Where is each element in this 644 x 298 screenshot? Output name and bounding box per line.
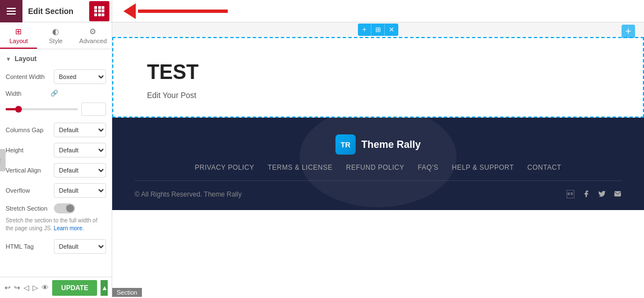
section-close-button[interactable]: ✕ (385, 24, 398, 36)
tab-style[interactable]: ◐ Style (37, 22, 74, 49)
panel-title: Edit Section (22, 7, 89, 16)
toggle-no-label: No (66, 204, 72, 210)
footer-social:  (567, 190, 622, 199)
twitter-icon[interactable] (598, 190, 606, 198)
hamburger-icon (7, 8, 16, 15)
footer-nav-terms[interactable]: TERMS & LICENSE (268, 164, 333, 171)
layout-section-title: Layout (15, 55, 36, 63)
width-row: Width 🔗 (6, 90, 106, 97)
learn-more-link[interactable]: Learn more. (54, 225, 84, 231)
stretch-hint: Stretch the section to the full width of… (6, 217, 106, 232)
content-width-row: Content Width Boxed (6, 69, 106, 84)
footer-nav-contact[interactable]: CONTACT (527, 164, 562, 171)
slider-row (6, 103, 106, 116)
section-edit-bar: + ⊞ ✕ + (112, 22, 644, 37)
footer-section: TR Theme Rally PRIVACY POLICY TERMS & LI… (112, 118, 644, 210)
height-row: Height Default (6, 143, 106, 157)
height-select[interactable]: Default (54, 143, 106, 157)
vertical-align-row: Vertical Align Default (6, 163, 106, 178)
vertical-align-select[interactable]: Default (54, 163, 106, 178)
page-content: TEST Edit Your Post TR Theme Rally PRIVA… (112, 37, 644, 298)
grid-icon (94, 6, 104, 16)
tab-style-label: Style (49, 38, 62, 44)
slider-value-input[interactable] (81, 103, 106, 116)
red-arrow (123, 3, 228, 19)
panel-resize-handle[interactable]: ‹ (0, 149, 6, 171)
footer-logo: TR Theme Rally (335, 134, 421, 155)
style-tab-icon: ◐ (52, 27, 59, 36)
overflow-label: Overflow (6, 187, 50, 194)
logo-text: Theme Rally (361, 139, 421, 151)
section-add-button[interactable]: + (358, 24, 371, 36)
add-section-plus-button[interactable]: + (622, 25, 635, 38)
panel-header: Edit Section (0, 0, 112, 22)
footer-bottom: © All Rights Reserved. Theme Rally  (135, 190, 622, 199)
footer-nav: PRIVACY POLICY TERMS & LICENSE REFUND PO… (195, 164, 561, 171)
layout-section-header: ▼ Layout (6, 55, 106, 63)
top-bar-center (112, 3, 644, 19)
html-tag-row: HTML Tag Default (6, 239, 106, 254)
logo-icon: TR (335, 134, 356, 155)
vertical-align-label: Vertical Align (6, 167, 50, 174)
tab-advanced[interactable]: ⚙ Advanced (75, 22, 112, 49)
columns-gap-label: Columns Gap (6, 127, 50, 133)
main-area: ⊞ Layout ◐ Style ⚙ Advanced ▼ Layout Con… (0, 22, 644, 298)
facebook-icon[interactable]:  (567, 190, 574, 199)
undo-icon[interactable]: ↩ (4, 281, 11, 295)
arrow-shaft (138, 10, 228, 13)
tab-layout[interactable]: ⊞ Layout (0, 22, 37, 49)
sidebar-panel: ⊞ Layout ◐ Style ⚙ Advanced ▼ Layout Con… (0, 22, 112, 298)
update-button[interactable]: UPDATE (52, 280, 97, 296)
footer-nav-refund[interactable]: REFUND POLICY (346, 164, 404, 171)
test-subtitle: Edit Your Post (147, 91, 609, 100)
content-area: + ⊞ ✕ + TEST Edit Your Post TR Theme Ra (112, 22, 644, 298)
content-width-label: Content Width (6, 73, 50, 80)
columns-gap-row: Columns Gap Default (6, 123, 106, 137)
hamburger-button[interactable] (0, 0, 22, 22)
width-label: Width (6, 90, 50, 97)
advanced-tab-icon: ⚙ (89, 27, 96, 36)
footer-nav-help[interactable]: HELP & SUPPORT (452, 164, 514, 171)
stretch-section-label: Stretch Section (6, 205, 50, 212)
columns-gap-select[interactable]: Default (54, 123, 106, 137)
eye-icon[interactable]: 👁 (42, 281, 49, 295)
arrow-head (123, 3, 136, 19)
height-label: Height (6, 147, 50, 153)
slider-track[interactable] (6, 108, 78, 110)
layout-tab-icon: ⊞ (15, 27, 22, 36)
grid-view-button[interactable] (89, 1, 109, 21)
stretch-section-row: Stretch Section No (6, 203, 106, 213)
overflow-select[interactable]: Default (54, 183, 106, 198)
panel-content: ▼ Layout Content Width Boxed Width 🔗 (0, 49, 112, 277)
top-bar: Edit Section (0, 0, 644, 22)
tab-advanced-label: Advanced (79, 38, 107, 44)
section-controls: + ⊞ ✕ (358, 24, 398, 36)
panel-tabs: ⊞ Layout ◐ Style ⚙ Advanced (0, 22, 112, 49)
html-tag-select[interactable]: Default (54, 239, 106, 254)
html-tag-label: HTML Tag (6, 243, 50, 250)
email-icon[interactable] (614, 190, 622, 198)
test-section: TEST Edit Your Post (112, 37, 644, 118)
stretch-section-toggle[interactable]: No (54, 203, 75, 213)
content-width-select[interactable]: Boxed (54, 69, 106, 84)
tab-layout-label: Layout (10, 38, 28, 44)
test-heading: TEST (147, 60, 609, 84)
footer-nav-privacy[interactable]: PRIVACY POLICY (195, 164, 254, 171)
collapse-arrow[interactable]: ▼ (6, 56, 11, 62)
footer-copyright: © All Rights Reserved. Theme Rally (135, 190, 242, 198)
section-move-button[interactable]: ⊞ (371, 24, 385, 36)
overflow-row: Overflow Default (6, 183, 106, 198)
redo-icon[interactable]: ↪ (14, 281, 20, 295)
bottom-bar: ↩ ↪ ◁ ▷ 👁 UPDATE ▲ (0, 277, 112, 298)
section-label: Section (112, 288, 142, 297)
slider-thumb[interactable] (15, 106, 22, 113)
facebook-icon-svg[interactable] (582, 190, 590, 198)
link-icon: 🔗 (50, 90, 58, 97)
history-forward-icon[interactable]: ▷ (33, 281, 38, 295)
footer-nav-faq[interactable]: FAQ'S (418, 164, 439, 171)
update-dropdown-button[interactable]: ▲ (100, 280, 108, 296)
history-back-icon[interactable]: ◁ (24, 281, 29, 295)
